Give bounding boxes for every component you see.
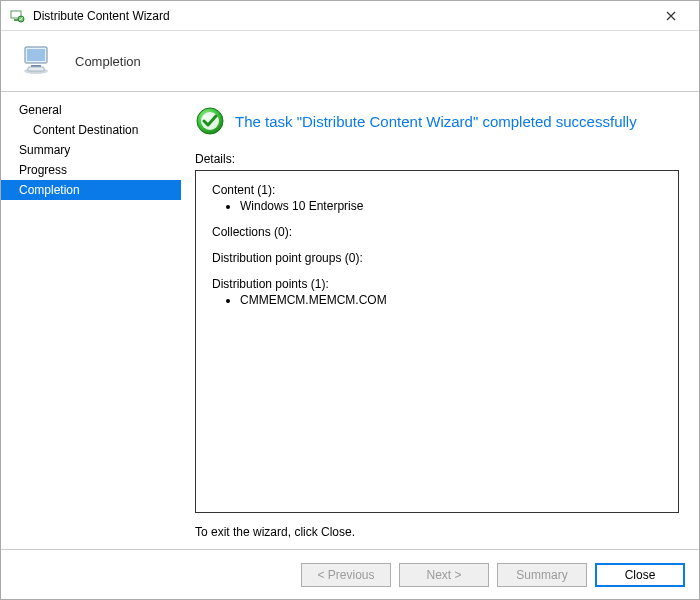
svg-rect-1 [14,19,18,21]
step-title: Completion [75,54,141,69]
exit-note: To exit the wizard, click Close. [195,525,679,539]
wizard-window: Distribute Content Wizard Completion Gen… [0,0,700,600]
group-content-list: Windows 10 Enterprise [212,199,662,213]
footer: < Previous Next > Summary Close [1,549,699,599]
success-icon [195,106,225,136]
sidebar-item-general[interactable]: General [1,100,181,120]
svg-rect-7 [28,67,44,71]
status-message: The task "Distribute Content Wizard" com… [235,113,637,130]
sidebar: General Content Destination Summary Prog… [1,92,181,549]
group-content-title: Content (1): [212,183,662,197]
svg-rect-4 [27,49,45,61]
group-dp-title: Distribution points (1): [212,277,662,291]
list-item: Windows 10 Enterprise [240,199,662,213]
group-dp-list: CMMEMCM.MEMCM.COM [212,293,662,307]
window-title: Distribute Content Wizard [33,9,651,23]
details-label: Details: [195,152,679,166]
wizard-body: General Content Destination Summary Prog… [1,92,699,549]
close-button[interactable]: Close [595,563,685,587]
main-panel: The task "Distribute Content Wizard" com… [181,92,699,549]
computer-icon [19,41,59,81]
app-icon [9,8,25,24]
sidebar-item-progress[interactable]: Progress [1,160,181,180]
sidebar-item-completion[interactable]: Completion [1,180,181,200]
details-box: Content (1): Windows 10 Enterprise Colle… [195,170,679,513]
close-icon[interactable] [651,2,691,30]
list-item: CMMEMCM.MEMCM.COM [240,293,662,307]
previous-button: < Previous [301,563,391,587]
sidebar-item-summary[interactable]: Summary [1,140,181,160]
group-dpgroups-title: Distribution point groups (0): [212,251,662,265]
summary-button: Summary [497,563,587,587]
next-button: Next > [399,563,489,587]
sidebar-item-content-destination[interactable]: Content Destination [1,120,181,140]
group-collections-title: Collections (0): [212,225,662,239]
wizard-header: Completion [1,31,699,91]
titlebar: Distribute Content Wizard [1,1,699,31]
status-row: The task "Distribute Content Wizard" com… [195,106,679,136]
